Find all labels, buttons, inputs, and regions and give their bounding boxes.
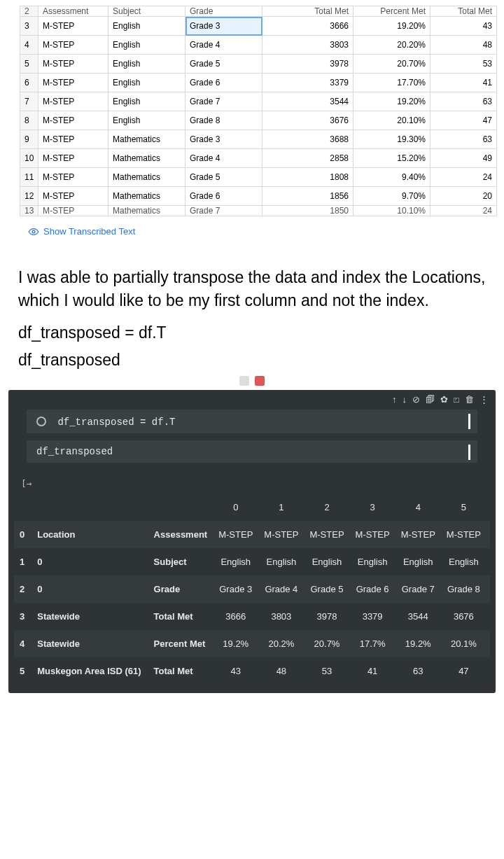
cell-percentmet[interactable]: 19.20% bbox=[354, 92, 430, 111]
cell-totalmet[interactable]: 3803 bbox=[262, 36, 354, 55]
move-down-icon[interactable]: ↓ bbox=[402, 394, 407, 405]
cell-grade[interactable]: Grade 6 bbox=[186, 74, 262, 92]
cell-totalmet2[interactable]: 49 bbox=[430, 149, 497, 168]
col-header-subject[interactable]: Subject bbox=[108, 6, 186, 17]
row-header[interactable]: 13 bbox=[20, 206, 38, 216]
row-header[interactable]: 8 bbox=[20, 111, 38, 130]
cell-totalmet2[interactable]: 47 bbox=[430, 111, 497, 130]
trash-icon[interactable]: 🗑 bbox=[465, 394, 474, 405]
cell-totalmet[interactable]: 1856 bbox=[262, 187, 354, 206]
table-row[interactable]: 11M-STEPMathematicsGrade 518089.40%24 bbox=[20, 168, 497, 187]
cell-percentmet[interactable]: 20.70% bbox=[354, 55, 430, 74]
cell-percentmet[interactable]: 20.20% bbox=[354, 36, 430, 55]
cell-subject[interactable]: English bbox=[108, 74, 186, 92]
cell-subject[interactable]: English bbox=[108, 92, 186, 111]
row-header[interactable]: 6 bbox=[20, 74, 38, 92]
cell-percentmet[interactable]: 19.30% bbox=[354, 130, 430, 149]
cell-subject[interactable]: Mathematics bbox=[108, 130, 186, 149]
cell-percentmet[interactable]: 10.10% bbox=[354, 206, 430, 216]
row-header[interactable]: 10 bbox=[20, 149, 38, 168]
cell-totalmet2[interactable]: 24 bbox=[430, 168, 497, 187]
row-header[interactable]: 7 bbox=[20, 92, 38, 111]
cell-assessment[interactable]: M-STEP bbox=[38, 130, 108, 149]
row-header-2[interactable]: 2 bbox=[20, 6, 38, 17]
cell-grade[interactable]: Grade 6 bbox=[186, 187, 262, 206]
cell-totalmet2[interactable]: 63 bbox=[430, 130, 497, 149]
cell-totalmet[interactable]: 3676 bbox=[262, 111, 354, 130]
cell-assessment[interactable]: M-STEP bbox=[38, 149, 108, 168]
cell-assessment[interactable]: M-STEP bbox=[38, 74, 108, 92]
cell-totalmet[interactable]: 1850 bbox=[262, 206, 354, 216]
cell-grade[interactable]: Grade 3 bbox=[186, 130, 262, 149]
table-row[interactable]: 7M-STEPEnglishGrade 7354419.20%63 bbox=[20, 92, 497, 111]
cell-totalmet2[interactable]: 41 bbox=[430, 74, 497, 92]
cell-subject[interactable]: English bbox=[108, 36, 186, 55]
code-cell-2[interactable]: df_transposed bbox=[27, 440, 477, 463]
cell-subject[interactable]: English bbox=[108, 55, 186, 74]
cell-totalmet2[interactable]: 20 bbox=[430, 187, 497, 206]
cell-totalmet[interactable]: 3379 bbox=[262, 74, 354, 92]
cell-grade[interactable]: Grade 7 bbox=[186, 92, 262, 111]
cell-grade[interactable]: Grade 4 bbox=[186, 149, 262, 168]
cell-grade[interactable]: Grade 8 bbox=[186, 111, 262, 130]
cell-totalmet2[interactable]: 43 bbox=[430, 17, 497, 36]
cell-assessment[interactable]: M-STEP bbox=[38, 168, 108, 187]
cell-subject[interactable]: Mathematics bbox=[108, 206, 186, 216]
cell-totalmet[interactable]: 3688 bbox=[262, 130, 354, 149]
cell-totalmet2[interactable]: 24 bbox=[430, 206, 497, 216]
cell-subject[interactable]: Mathematics bbox=[108, 168, 186, 187]
comment-icon[interactable]: 🗐 bbox=[426, 394, 435, 405]
cell-percentmet[interactable]: 9.70% bbox=[354, 187, 430, 206]
cell-assessment[interactable]: M-STEP bbox=[38, 111, 108, 130]
table-row[interactable]: 9M-STEPMathematicsGrade 3368819.30%63 bbox=[20, 130, 497, 149]
cell-assessment[interactable]: M-STEP bbox=[38, 55, 108, 74]
cell-subject[interactable]: English bbox=[108, 111, 186, 130]
table-row[interactable]: 13M-STEPMathematicsGrade 7185010.10%24 bbox=[20, 206, 497, 216]
cell-totalmet[interactable]: 2858 bbox=[262, 149, 354, 168]
col-header-grade[interactable]: Grade bbox=[186, 6, 262, 17]
cell-subject[interactable]: Mathematics bbox=[108, 187, 186, 206]
col-header-totalmet2[interactable]: Total Met bbox=[430, 6, 497, 17]
table-row[interactable]: 4M-STEPEnglishGrade 4380320.20%48 bbox=[20, 36, 497, 55]
cell-percentmet[interactable]: 20.10% bbox=[354, 111, 430, 130]
mirror-icon[interactable]: ⏍ bbox=[454, 394, 459, 405]
table-row[interactable]: 10M-STEPMathematicsGrade 4285815.20%49 bbox=[20, 149, 497, 168]
refresh-icon[interactable] bbox=[239, 376, 249, 386]
cell-totalmet[interactable]: 3544 bbox=[262, 92, 354, 111]
col-header-totalmet[interactable]: Total Met bbox=[262, 6, 354, 17]
cell-percentmet[interactable]: 17.70% bbox=[354, 74, 430, 92]
move-up-icon[interactable]: ↑ bbox=[392, 394, 397, 405]
row-header[interactable]: 4 bbox=[20, 36, 38, 55]
cell-grade[interactable]: Grade 5 bbox=[186, 168, 262, 187]
row-header[interactable]: 9 bbox=[20, 130, 38, 149]
cell-totalmet[interactable]: 1808 bbox=[262, 168, 354, 187]
cell-grade[interactable]: Grade 5 bbox=[186, 55, 262, 74]
row-header[interactable]: 3 bbox=[20, 17, 38, 36]
row-header[interactable]: 11 bbox=[20, 168, 38, 187]
row-header[interactable]: 12 bbox=[20, 187, 38, 206]
cell-totalmet[interactable]: 3978 bbox=[262, 55, 354, 74]
row-header[interactable]: 5 bbox=[20, 55, 38, 74]
cell-percentmet[interactable]: 19.20% bbox=[354, 17, 430, 36]
cell-percentmet[interactable]: 15.20% bbox=[354, 149, 430, 168]
output-scroll[interactable]: [→ 0123456789...178179180 0LocationAsses… bbox=[14, 477, 490, 689]
cell-grade[interactable]: Grade 7 bbox=[186, 206, 262, 216]
cell-percentmet[interactable]: 9.40% bbox=[354, 168, 430, 187]
link-icon[interactable]: ⊘ bbox=[412, 394, 420, 405]
code-cell-1[interactable]: df_transposed = df.T bbox=[27, 410, 477, 433]
table-row[interactable]: 12M-STEPMathematicsGrade 618569.70%20 bbox=[20, 187, 497, 206]
run-prompt-icon[interactable] bbox=[36, 417, 46, 426]
table-row[interactable]: 8M-STEPEnglishGrade 8367620.10%47 bbox=[20, 111, 497, 130]
gear-icon[interactable]: ✿ bbox=[440, 394, 448, 405]
cell-assessment[interactable]: M-STEP bbox=[38, 187, 108, 206]
table-row[interactable]: 3M-STEPEnglishGrade 3366619.20%43 bbox=[20, 17, 497, 36]
cell-assessment[interactable]: M-STEP bbox=[38, 206, 108, 216]
clipboard-icon[interactable] bbox=[255, 376, 265, 386]
show-transcribed-link[interactable]: Show Transcribed Text bbox=[0, 216, 504, 239]
cell-subject[interactable]: English bbox=[108, 17, 186, 36]
table-row[interactable]: 6M-STEPEnglishGrade 6337917.70%41 bbox=[20, 74, 497, 92]
cell-grade[interactable]: Grade 3 bbox=[186, 17, 262, 36]
cell-totalmet[interactable]: 3666 bbox=[262, 17, 354, 36]
cell-totalmet2[interactable]: 53 bbox=[430, 55, 497, 74]
more-icon[interactable]: ⋮ bbox=[479, 394, 489, 405]
